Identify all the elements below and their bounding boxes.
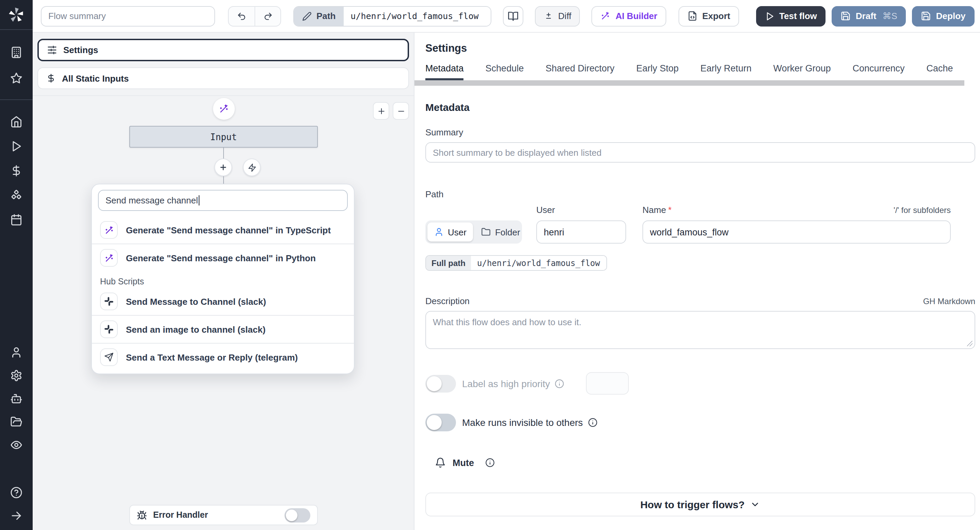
magic-wand-icon <box>100 221 118 239</box>
resize-handle[interactable] <box>967 341 972 346</box>
error-handler-label: Error Handler <box>153 510 208 520</box>
sidebar-item-favorites[interactable] <box>0 65 33 91</box>
tab-cache[interactable]: Cache <box>927 63 953 80</box>
full-path-value: u/henri/world_famous_flow <box>471 256 606 270</box>
all-static-inputs-node[interactable]: All Static Inputs <box>37 67 409 89</box>
sidebar-item-schedules[interactable] <box>0 208 33 232</box>
add-trigger-button[interactable] <box>243 159 261 176</box>
topbar: Path u/henri/world_famous_flow Diff AI B… <box>33 0 980 33</box>
flow-summary-input[interactable] <box>41 6 215 26</box>
owner-kind-folder-option[interactable]: Folder <box>475 222 527 241</box>
docs-button[interactable] <box>503 6 523 26</box>
toggle-knob <box>427 376 442 391</box>
tab-metadata[interactable]: Metadata <box>425 63 464 80</box>
user-field-input[interactable] <box>536 221 626 244</box>
redo-button[interactable] <box>255 6 280 25</box>
save-icon <box>841 11 851 21</box>
test-flow-button[interactable]: Test flow <box>756 6 826 26</box>
pencil-icon <box>302 11 312 21</box>
name-field-input[interactable] <box>643 221 951 244</box>
owner-kind-user-option[interactable]: User <box>427 222 473 241</box>
full-path-chip: Full path u/henri/world_famous_flow <box>425 255 607 271</box>
add-step-button[interactable] <box>215 159 232 176</box>
ai-flow-suggestion-button[interactable] <box>213 98 235 120</box>
full-path-label: Full path <box>426 256 471 270</box>
info-icon[interactable] <box>555 379 564 388</box>
canvas-zoom-out-button[interactable] <box>393 102 409 120</box>
flow-settings-node[interactable]: Settings <box>37 39 409 61</box>
draft-button[interactable]: Draft ⌘S <box>832 6 906 26</box>
sidebar-item-workers[interactable] <box>0 387 33 410</box>
sidebar-item-help[interactable] <box>0 481 33 504</box>
hub-script-label: Send a Text Message or Reply (telegram) <box>126 352 298 362</box>
tab-schedule[interactable]: Schedule <box>485 63 524 80</box>
input-node[interactable]: Input <box>129 126 318 148</box>
building-icon <box>10 46 22 59</box>
bug-icon <box>137 510 147 520</box>
eye-icon <box>10 439 22 451</box>
robot-icon <box>10 393 22 405</box>
summary-input[interactable] <box>425 142 975 163</box>
ai-builder-label: AI Builder <box>616 11 657 21</box>
undo-button[interactable] <box>229 6 255 25</box>
sidebar-expand-button[interactable] <box>0 504 33 527</box>
tabs-horizontal-scrollbar[interactable] <box>414 80 964 86</box>
sidebar-item-home[interactable] <box>0 109 33 134</box>
export-button[interactable]: Export <box>679 6 739 26</box>
undo-redo-group <box>228 6 281 26</box>
bell-icon <box>435 457 446 468</box>
tab-worker-group[interactable]: Worker Group <box>773 63 830 80</box>
tab-early-return[interactable]: Early Return <box>700 63 751 80</box>
deploy-button[interactable]: Deploy <box>912 6 975 26</box>
high-priority-toggle[interactable] <box>425 374 456 392</box>
slack-icon <box>100 321 118 338</box>
generate-python-option[interactable]: Generate "Send message channel" in Pytho… <box>92 244 354 271</box>
hub-script-option-telegram-message[interactable]: Send a Text Message or Reply (telegram) <box>92 344 354 371</box>
tab-concurrency[interactable]: Concurrency <box>853 63 904 80</box>
invisible-runs-toggle[interactable] <box>425 414 456 432</box>
gear-icon <box>10 370 22 382</box>
description-textarea[interactable] <box>425 311 975 349</box>
path-user-column: User <box>536 205 626 244</box>
generate-typescript-option[interactable]: Generate "Send message channel" in TypeS… <box>92 216 354 244</box>
flow-path-field[interactable]: Path u/henri/world_famous_flow <box>293 6 492 26</box>
input-node-label: Input <box>210 132 237 142</box>
magic-wand-icon <box>218 103 229 114</box>
windmill-logo[interactable] <box>0 0 33 30</box>
sidebar-item-audit-logs[interactable] <box>0 433 33 457</box>
info-icon[interactable] <box>485 458 495 467</box>
canvas-zoom-in-button[interactable] <box>373 102 389 120</box>
sidebar-item-resources[interactable] <box>0 183 33 208</box>
hub-script-option-slack-image[interactable]: Send an image to channel (slack) <box>92 316 354 343</box>
book-open-icon <box>508 11 519 21</box>
priority-value-input[interactable] <box>586 372 629 395</box>
ai-builder-button[interactable]: AI Builder <box>592 6 666 26</box>
sidebar-item-runs[interactable] <box>0 134 33 159</box>
user-icon <box>434 227 444 237</box>
hub-script-label: Send an image to channel (slack) <box>126 324 266 335</box>
play-icon <box>10 140 22 152</box>
diff-button[interactable]: Diff <box>535 6 580 26</box>
info-icon[interactable] <box>588 418 598 427</box>
mute-row: Mute <box>435 457 975 468</box>
how-to-trigger-expander[interactable]: How to trigger flows? <box>425 493 975 516</box>
sidebar-item-workspace[interactable] <box>0 40 33 65</box>
flow-settings-label: Settings <box>63 45 98 55</box>
play-outline-icon <box>765 11 775 21</box>
sidebar-admin-group <box>0 341 33 457</box>
tab-early-stop[interactable]: Early Stop <box>636 63 679 80</box>
hub-script-option-slack-message[interactable]: Send Message to Channel (slack) <box>92 288 354 315</box>
arrow-right-icon <box>10 509 22 522</box>
summary-label: Summary <box>425 127 975 137</box>
tab-shared-directory[interactable]: Shared Directory <box>546 63 614 80</box>
plus-icon <box>218 163 228 172</box>
error-handler-toggle[interactable] <box>285 508 310 522</box>
sidebar-item-users[interactable] <box>0 341 33 364</box>
error-handler-node[interactable]: Error Handler <box>129 505 318 525</box>
sidebar-item-settings[interactable] <box>0 364 33 387</box>
sidebar-item-folders[interactable] <box>0 410 33 433</box>
calendar-icon <box>10 214 22 226</box>
step-search-input[interactable]: Send message channel <box>98 190 348 211</box>
sidebar-item-variables[interactable] <box>0 159 33 183</box>
draft-shortcut: ⌘S <box>882 11 897 21</box>
